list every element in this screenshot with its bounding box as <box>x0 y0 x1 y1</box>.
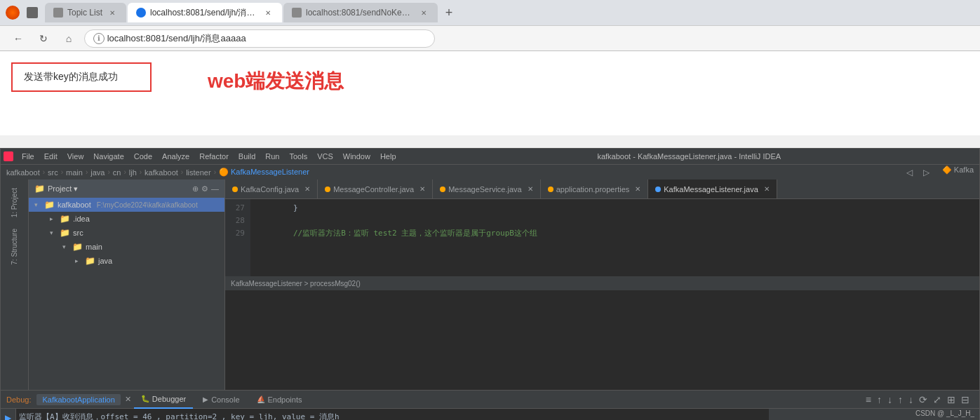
toolbar-btn-4[interactable]: ↑ <box>897 393 904 407</box>
breadcrumb-main[interactable]: main <box>66 168 83 177</box>
project-panel: 📁 Project ▾ ⊕ ⚙ — ▾ 📁 kafkaboot F:\myCod… <box>29 179 225 390</box>
menu-vcs[interactable]: VCS <box>313 151 337 162</box>
editor: KafkaConfig.java ✕ MessageController.jav… <box>225 179 979 390</box>
breadcrumb-ljh[interactable]: ljh <box>129 168 137 177</box>
menu-window[interactable]: Window <box>339 151 375 162</box>
tab-favicon-2 <box>136 8 146 18</box>
menu-analyze[interactable]: Analyze <box>158 151 194 162</box>
project-header-icons: ⊕ ⚙ — <box>192 184 219 194</box>
breadcrumb-kafkaboot[interactable]: kafkaboot <box>6 168 40 177</box>
tab-favicon-3 <box>292 8 302 18</box>
debug-header: Debug: KafkabootApplication ✕ 🐛 Debugger… <box>1 391 979 409</box>
menu-build[interactable]: Build <box>234 151 260 162</box>
tab-close-2[interactable]: ✕ <box>262 7 274 18</box>
toolbar-btn-2[interactable]: ↑ <box>875 393 883 407</box>
breadcrumb-cn[interactable]: cn <box>113 168 121 177</box>
tree-item-idea[interactable]: ▸ 📁 .idea <box>29 212 224 226</box>
sidebar-tab-project[interactable]: 1: Project <box>8 182 21 223</box>
breadcrumb-listener[interactable]: listener <box>186 168 210 177</box>
ide-body: 1: Project 7: Structure 📁 Project ▾ ⊕ ⚙ … <box>1 179 979 390</box>
toolbar-btn-7[interactable]: ⤢ <box>932 393 943 407</box>
toolbar-btn-6[interactable]: ⟳ <box>918 393 929 407</box>
tab-dot-kafkaconfig <box>232 187 238 192</box>
tree-item-src[interactable]: ▾ 📁 src <box>29 226 224 240</box>
tab-close-1[interactable]: ✕ <box>107 7 118 18</box>
browser-logo-icon <box>6 6 20 20</box>
debug-tab-endpoints[interactable]: ⛵ Endpoints <box>250 391 309 409</box>
ide-inner: File Edit View Navigate Code Analyze Ref… <box>0 148 980 420</box>
breadcrumb-nav: ◁ ▷ 🔶 Kafka <box>903 165 974 179</box>
editor-breadcrumb: KafkaMessageListener > processMsg02() <box>225 276 979 290</box>
debug-label[interactable]: Debug: <box>4 395 34 404</box>
breadcrumb-file[interactable]: 🟠 KafkaMessageListener <box>219 168 309 177</box>
debug-toolbar: ≡ ↑ ↓ ↑ ↓ ⟳ ⤢ ⊞ ⊟ <box>864 393 976 407</box>
sidebar-tab-structure[interactable]: 7: Structure <box>8 223 21 271</box>
breadcrumb-back-btn[interactable]: ◁ <box>903 165 917 179</box>
menu-tools[interactable]: Tools <box>285 151 311 162</box>
debug-app-name[interactable]: KafkabootApplication <box>36 394 120 405</box>
tree-item-java[interactable]: ▸ 📁 java <box>29 254 224 268</box>
home-button[interactable]: ⌂ <box>59 29 79 48</box>
ide-breadcrumb: kafkaboot › src › main › java › cn › ljh… <box>1 164 979 179</box>
breadcrumb-src[interactable]: src <box>48 168 58 177</box>
project-add-btn[interactable]: ⊕ <box>192 184 199 194</box>
tab-label-3: localhost:8081/sendNoKey/消息... <box>306 7 414 19</box>
tab-dot-appprops <box>548 187 553 192</box>
tree-item-main[interactable]: ▾ 📁 main <box>29 240 224 254</box>
debug-log: 监听器【A】收到消息，offset = 46 , partition=2 , k… <box>16 409 769 420</box>
menu-help[interactable]: Help <box>376 151 401 162</box>
code-area[interactable]: } //监听器方法B：监听 test2 主题，这个监听器是属于groupB这个组 <box>250 199 979 276</box>
toolbar-btn-8[interactable]: ⊞ <box>946 393 957 407</box>
send-result-box: 发送带key的消息成功 <box>11 62 152 92</box>
breadcrumb-java[interactable]: java <box>90 168 105 177</box>
address-input-wrapper[interactable]: ℹ localhost:8081/send/ljh/消息aaaaa <box>84 29 435 48</box>
menu-code[interactable]: Code <box>130 151 156 162</box>
editor-tab-appprops[interactable]: application.properties ✕ <box>541 179 649 199</box>
tree-item-kafkaboot[interactable]: ▾ 📁 kafkaboot F:\myCode2024\kafka\kafkab… <box>29 198 224 212</box>
project-minimize-btn[interactable]: — <box>211 184 219 194</box>
project-settings-btn[interactable]: ⚙ <box>201 184 208 194</box>
browser-tab-3[interactable]: localhost:8081/sendNoKey/消息... ✕ <box>283 3 438 22</box>
debug-restart-btn[interactable]: ▶ <box>2 412 15 420</box>
tab-dot-messagecontroller <box>325 187 330 192</box>
tab-bar: Topic List ✕ localhost:8081/send/ljh/消息a… <box>0 0 980 25</box>
tab-favicon-1 <box>53 8 63 18</box>
editor-breadcrumb-text: KafkaMessageListener > processMsg02() <box>231 280 361 287</box>
toolbar-btn-9[interactable]: ⊟ <box>960 393 971 407</box>
menu-navigate[interactable]: Navigate <box>89 151 128 162</box>
toolbar-btn-1[interactable]: ≡ <box>864 393 873 407</box>
breadcrumb-kafkaboot2[interactable]: kafkaboot <box>145 168 178 177</box>
menu-file[interactable]: File <box>18 151 39 162</box>
menu-view[interactable]: View <box>63 151 88 162</box>
address-bar: ← ↻ ⌂ ℹ localhost:8081/send/ljh/消息aaaaa <box>0 25 980 50</box>
editor-tab-messageservice[interactable]: MessageService.java ✕ <box>433 179 541 199</box>
breadcrumb-forward-btn[interactable]: ▷ <box>920 165 934 179</box>
project-folder-icon: 📁 <box>34 184 45 194</box>
debug-tab-debugger[interactable]: 🐛 Debugger <box>134 391 193 409</box>
menu-refactor[interactable]: Refactor <box>195 151 233 162</box>
refresh-button[interactable]: ↻ <box>34 29 53 48</box>
debug-content: ▶ ↓ ⏸ ⏹ ⊞ ⊟ ⏺ 监听器【A】收到消息，offset = 46 , p… <box>1 409 979 420</box>
browser-tab-2[interactable]: localhost:8081/send/ljh/消息aaa... ✕ <box>128 3 282 22</box>
back-button[interactable]: ← <box>8 29 28 48</box>
editor-tabs: KafkaConfig.java ✕ MessageController.jav… <box>225 179 979 199</box>
ide-title: kafkaboot - KafkaMessageListener.java - … <box>597 152 781 161</box>
menu-run[interactable]: Run <box>261 151 283 162</box>
tab-dot-kafkamessagelistener <box>655 187 661 192</box>
toolbar-btn-5[interactable]: ↓ <box>907 393 915 407</box>
debug-tab-console[interactable]: ▶ Console <box>196 391 246 409</box>
page-content: 发送带key的消息成功 web端发送消息 <box>0 51 980 135</box>
project-title: Project ▾ <box>48 184 189 194</box>
new-tab-button[interactable]: + <box>439 3 459 22</box>
tab-close-3[interactable]: ✕ <box>418 7 429 18</box>
tab-label-2: localhost:8081/send/ljh/消息aaa... <box>150 7 258 19</box>
editor-tab-kafkaconfig[interactable]: KafkaConfig.java ✕ <box>225 179 318 199</box>
ide-menu-bar: File Edit View Navigate Code Analyze Ref… <box>1 149 979 164</box>
editor-tab-kafkamessagelistener[interactable]: KafkaMessageListener.java ✕ <box>648 179 777 199</box>
editor-tab-messagecontroller[interactable]: MessageController.java ✕ <box>318 179 433 199</box>
info-icon: ℹ <box>93 33 105 44</box>
toolbar-btn-3[interactable]: ↓ <box>886 393 894 407</box>
menu-edit[interactable]: Edit <box>40 151 62 162</box>
separator <box>0 135 980 148</box>
browser-tab-1[interactable]: Topic List ✕ <box>45 3 126 22</box>
